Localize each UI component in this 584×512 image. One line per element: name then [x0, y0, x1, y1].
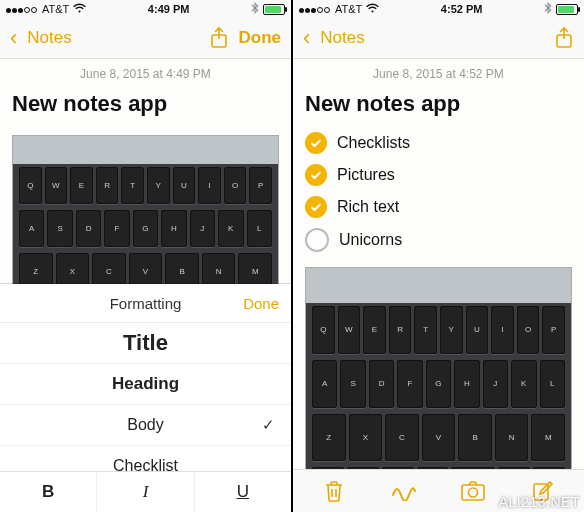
back-button[interactable]: ‹ Notes	[10, 27, 72, 49]
status-bar: AT&T 4:49 PM	[0, 0, 291, 18]
svg-point-3	[469, 488, 478, 497]
carrier-label: AT&T	[42, 3, 69, 15]
format-option-label: Checklist	[113, 457, 178, 471]
checklist-item[interactable]: Checklists	[305, 127, 572, 159]
note-title[interactable]: New notes app	[293, 85, 584, 127]
clock: 4:52 PM	[379, 3, 544, 15]
bold-button[interactable]: B	[0, 472, 97, 512]
clock: 4:49 PM	[86, 3, 251, 15]
check-circle-icon[interactable]	[305, 132, 327, 154]
formatting-done-button[interactable]: Done	[243, 295, 279, 312]
phone-left: AT&T 4:49 PM ‹ Notes	[0, 0, 292, 512]
status-bar: AT&T 4:52 PM	[293, 0, 584, 18]
wifi-icon	[73, 2, 86, 16]
chevron-left-icon: ‹	[10, 27, 17, 49]
share-button[interactable]	[554, 26, 574, 50]
checklist-item-label: Pictures	[337, 166, 395, 184]
format-option-checklist[interactable]: Checklist	[0, 446, 291, 471]
formatting-title: Formatting	[12, 295, 279, 312]
formatting-toolbar: B I U	[0, 471, 291, 512]
chevron-left-icon: ‹	[303, 27, 310, 49]
bluetooth-icon	[251, 2, 259, 16]
back-button[interactable]: ‹ Notes	[303, 27, 365, 49]
formatting-header: Formatting Done	[0, 284, 291, 323]
note-timestamp: June 8, 2015 at 4:49 PM	[0, 59, 291, 85]
underline-button[interactable]: U	[195, 472, 291, 512]
format-option-heading[interactable]: Heading	[0, 364, 291, 405]
battery-icon	[556, 4, 578, 15]
trash-button[interactable]	[314, 471, 354, 511]
wifi-icon	[366, 2, 379, 16]
format-option-label: Body	[127, 416, 163, 434]
note-content: June 8, 2015 at 4:52 PM New notes app Ch…	[293, 59, 584, 512]
done-button[interactable]: Done	[239, 28, 282, 48]
check-circle-icon[interactable]	[305, 228, 329, 252]
formatting-list[interactable]: TitleHeadingBody✓Checklist	[0, 323, 291, 471]
bluetooth-icon	[544, 2, 552, 16]
format-option-label: Heading	[112, 374, 179, 394]
checklist-item-label: Checklists	[337, 134, 410, 152]
checklist-item-label: Unicorns	[339, 231, 402, 249]
checklist[interactable]: ChecklistsPicturesRich textUnicorns	[293, 127, 584, 257]
note-timestamp: June 8, 2015 at 4:52 PM	[293, 59, 584, 85]
camera-button[interactable]	[453, 471, 493, 511]
checklist-item[interactable]: Rich text	[305, 191, 572, 223]
back-label: Notes	[320, 28, 364, 48]
format-option-label: Title	[123, 330, 168, 356]
checkmark-icon: ✓	[262, 416, 275, 434]
carrier-label: AT&T	[335, 3, 362, 15]
back-label: Notes	[27, 28, 71, 48]
check-circle-icon[interactable]	[305, 164, 327, 186]
checklist-item[interactable]: Pictures	[305, 159, 572, 191]
watermark: ALI213.NET	[499, 494, 580, 510]
signal-icon	[299, 3, 331, 15]
format-option-title[interactable]: Title	[0, 323, 291, 364]
note-title[interactable]: New notes app	[0, 85, 291, 127]
phone-right: AT&T 4:52 PM ‹ Notes	[292, 0, 584, 512]
italic-button[interactable]: I	[97, 472, 194, 512]
sketch-button[interactable]	[384, 471, 424, 511]
navbar: ‹ Notes Done	[0, 18, 291, 59]
checklist-item-label: Rich text	[337, 198, 399, 216]
formatting-panel: Formatting Done TitleHeadingBody✓Checkli…	[0, 284, 291, 512]
checklist-item[interactable]: Unicorns	[305, 223, 572, 257]
share-button[interactable]	[209, 26, 229, 50]
format-option-body[interactable]: Body✓	[0, 405, 291, 446]
navbar: ‹ Notes	[293, 18, 584, 59]
battery-icon	[263, 4, 285, 15]
check-circle-icon[interactable]	[305, 196, 327, 218]
signal-icon	[6, 3, 38, 15]
